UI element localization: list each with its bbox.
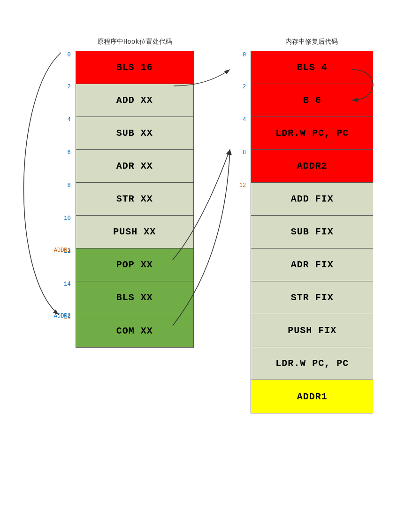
right-line-0: 0 [243,52,246,58]
left-line-14: 14 [64,281,70,288]
left-block-adr: ADR XX [76,150,193,183]
right-block-str-fix: STR FIX [251,281,373,314]
left-line-8: 8 [68,182,71,189]
right-line-2: 2 [243,84,246,90]
right-block-add-fix: ADD FIX [251,183,373,216]
left-line-2: 2 [68,84,71,90]
left-block-push: PUSH XX [76,216,193,249]
left-line-0: 0 [68,52,71,58]
right-block-adr-fix: ADR FIX [251,249,373,281]
right-line-4: 4 [243,117,246,123]
left-title: 原程序中Hook位置处代码 [76,38,194,46]
right-block-push-fix: PUSH FIX [251,314,373,347]
right-block-bls4: BLS 4 [251,51,373,84]
right-line-12: 12 [239,182,246,189]
right-block-b6: B 6 [251,84,373,117]
right-title: 内存中修复后代码 [251,38,373,46]
left-line-10: 10 [64,215,70,222]
left-block-bls16: BLS 16 [76,51,193,84]
left-block-add: ADD XX [76,84,193,117]
left-block-sub: SUB XX [76,117,193,150]
right-block-addr1: ADDR1 [251,380,373,413]
right-line-8: 8 [243,149,246,156]
left-addr1-label: ADDR1 [54,247,71,254]
left-blocks: BLS 16 ADD XX SUB XX ADR XX STR XX PUSH … [76,51,194,348]
right-block-sub-fix: SUB FIX [251,216,373,249]
left-block-str: STR XX [76,183,193,216]
left-line-4: 4 [68,117,71,123]
left-block-bls: BLS XX [76,281,193,314]
left-addr2-label: ADDR2 [54,313,71,319]
right-block-ldrw1: LDR.W PC, PC [251,117,373,150]
right-block-addr2: ADDR2 [251,150,373,183]
left-line-6: 6 [68,149,71,156]
right-blocks: BLS 4 B 6 LDR.W PC, PC ADDR2 ADD FIX SUB… [251,51,373,413]
right-block-ldrw2: LDR.W PC, PC [251,347,373,380]
left-block-com: COM XX [76,314,193,347]
left-block-pop: POP XX [76,249,193,281]
